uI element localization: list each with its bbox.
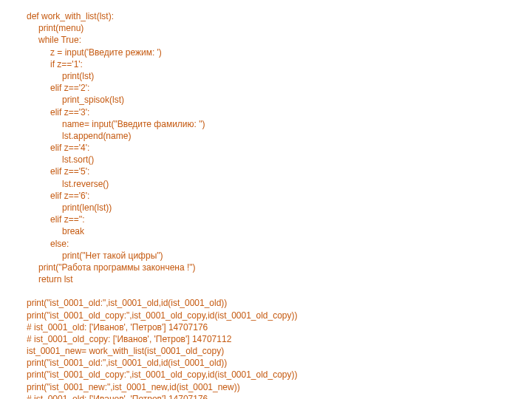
code-line: elif z=='2':: [27, 82, 505, 94]
code-line: elif z=='5':: [27, 166, 505, 177]
code-line: else:: [27, 238, 505, 250]
code-line: z = input('Введите режим: '): [27, 47, 505, 58]
code-line: # ist_0001_old_copy: ['Иванов', 'Петров'…: [27, 333, 505, 345]
code-line: print("ist_0001_new:",ist_0001_new,id(is…: [27, 381, 505, 393]
blank-line: [27, 285, 505, 297]
code-line: print("Работа программы закончена !"): [27, 262, 505, 273]
code-line: print("ist_0001_old_copy:",ist_0001_old_…: [27, 369, 505, 381]
code-line: if z=='1':: [27, 58, 505, 70]
code-line: lst.sort(): [27, 154, 505, 166]
code-line: break: [27, 225, 505, 237]
code-line: elif z=='3':: [27, 106, 505, 118]
code-line: lst.reverse(): [27, 178, 505, 190]
code-line: print("Нет такой цифры"): [27, 250, 505, 262]
code-line: # ist_0001_old: ['Иванов', 'Петров'] 147…: [27, 321, 505, 333]
code-line: elif z=='6':: [27, 190, 505, 202]
code-line: lst.append(name): [27, 130, 505, 142]
code-line: elif z=='4':: [27, 142, 505, 154]
code-line: # ist_0001_old: ['Иванов', 'Петров'] 147…: [27, 393, 505, 399]
code-line: ist_0001_new= work_with_list(ist_0001_ol…: [27, 345, 505, 357]
code-line: print("ist_0001_old:",ist_0001_old,id(is…: [27, 297, 505, 309]
code-line: return lst: [27, 273, 505, 285]
code-line: print(len(lst)): [27, 202, 505, 214]
code-block: def work_with_list(lst):print(menu)while…: [27, 10, 505, 399]
code-line: print_spisok(lst): [27, 94, 505, 106]
code-line: print("ist_0001_old_copy:",ist_0001_old_…: [27, 310, 505, 321]
code-line: name= input("Введите фамилию: "): [27, 118, 505, 130]
code-line: elif z=='':: [27, 214, 505, 225]
code-line: def work_with_list(lst):: [27, 10, 505, 22]
code-line: while True:: [27, 34, 505, 46]
code-line: print("ist_0001_old:",ist_0001_old,id(is…: [27, 357, 505, 369]
code-line: print(menu): [27, 22, 505, 34]
code-line: print(lst): [27, 70, 505, 82]
